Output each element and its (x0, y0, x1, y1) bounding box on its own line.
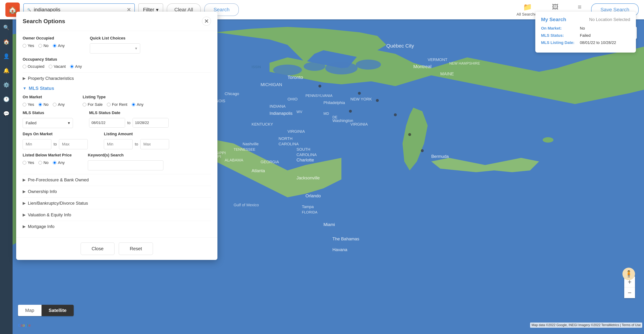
listed-below-no[interactable]: No (38, 160, 48, 165)
svg-point-19 (356, 60, 381, 70)
on-market-yes-label: Yes (28, 102, 34, 107)
sidebar-item-settings[interactable]: ⚙️ (2, 80, 11, 89)
keywords-group: Keyword(s) Search (88, 153, 163, 170)
listing-min-input[interactable] (104, 139, 132, 149)
no-location-label: No Location Selected (589, 17, 630, 22)
listing-amount-label: Listing Amount (104, 132, 169, 136)
svg-text:Washington: Washington (332, 118, 353, 123)
mls-status-chevron-icon: ▾ (68, 121, 70, 125)
days-min-input[interactable] (23, 139, 52, 149)
sidebar-item-history[interactable]: 🕐 (2, 95, 11, 104)
mls-status-row: MLS Status Failed ▾ MLS Status Date 📅 to (23, 111, 211, 128)
sidebar-item-user[interactable]: 👤 (2, 52, 11, 61)
svg-text:CAROLINA: CAROLINA (296, 153, 317, 157)
my-search-title: My Search (541, 17, 566, 22)
svg-text:o: o (23, 323, 25, 328)
on-market-any[interactable]: Any (53, 102, 65, 107)
mls-status-header[interactable]: ▼ MLS Status (23, 84, 211, 91)
mls-date-from-input[interactable] (89, 118, 125, 127)
listing-for-sale[interactable]: For Sale (83, 102, 102, 107)
owner-occupied-any-label: Any (58, 43, 65, 48)
map-data-attribution: Map data ©2022 Google, INEGI Imagery ©20… (530, 323, 642, 328)
ownership-info-arrow-icon: ▶ (23, 189, 26, 194)
my-search-on-market-value: No (580, 26, 585, 31)
svg-text:VIRGINIA: VIRGINIA (288, 129, 305, 134)
property-characteristics-section[interactable]: ▶ Property Characteristics (23, 72, 211, 84)
pre-foreclosure-arrow-icon: ▶ (23, 177, 26, 182)
svg-text:The Bahamas: The Bahamas (332, 236, 359, 241)
map-satellite-toggle: Map Satellite (18, 305, 74, 316)
search-icon: 🔍 (27, 8, 31, 11)
svg-text:g: g (25, 323, 27, 328)
listed-below-any[interactable]: Any (53, 160, 65, 165)
satellite-button[interactable]: Satellite (42, 305, 74, 316)
on-market-label: On Market (23, 95, 65, 99)
mls-status-select[interactable]: Failed ▾ (23, 118, 73, 128)
listed-below-any-label: Any (58, 160, 65, 165)
svg-text:INDIANA: INDIANA (270, 104, 286, 109)
svg-text:ISSIN: ISSIN (252, 65, 261, 69)
svg-text:WV: WV (296, 110, 302, 114)
svg-text:PENNSYLVANIA: PENNSYLVANIA (306, 94, 332, 98)
svg-text:Havana: Havana (332, 247, 347, 252)
zoom-out-button[interactable]: − (624, 287, 635, 298)
modal-close-button[interactable]: ✕ (202, 17, 211, 26)
svg-text:l: l (27, 323, 28, 328)
owner-occupied-yes[interactable]: Yes (23, 43, 34, 48)
my-search-on-market-label: On Market: (541, 26, 577, 31)
svg-text:Toronto: Toronto (288, 75, 303, 80)
occupancy-vacant[interactable]: Vacant (49, 64, 66, 69)
sidebar-item-home[interactable]: 🏠 (2, 37, 11, 46)
svg-point-18 (325, 62, 358, 74)
svg-text:Philadelphia: Philadelphia (324, 100, 345, 105)
sidebar-item-notifications[interactable]: 🔔 (2, 66, 11, 75)
owner-occupied-radio-group: Yes No Any (23, 43, 65, 48)
my-search-mls-date-row: MLS Listing Date: 08/01/22 to 10/28/22 (541, 40, 630, 45)
listing-to-label: to (135, 142, 138, 147)
quick-list-dropdown[interactable]: ▾ (90, 43, 140, 53)
mls-date-to-input[interactable] (133, 118, 168, 127)
pre-foreclosure-section[interactable]: ▶ Pre-Foreclosure & Bank Owned (23, 174, 211, 186)
on-market-yes[interactable]: Yes (23, 102, 34, 107)
svg-point-11 (376, 99, 379, 102)
on-market-no-label: No (44, 102, 48, 107)
owner-occupied-no[interactable]: No (38, 43, 48, 48)
svg-text:VERMONT: VERMONT (428, 57, 448, 62)
mls-status-title: MLS Status (29, 86, 54, 91)
date-range-to-label: to (127, 121, 130, 125)
list-view-icon: ≡ (578, 3, 582, 11)
my-search-mls-status-value: Failed (580, 33, 591, 38)
listing-any[interactable]: Any (132, 102, 144, 107)
sidebar-item-search[interactable]: 🔍 (2, 23, 11, 32)
days-max-input[interactable] (59, 139, 88, 149)
occupancy-any[interactable]: Any (70, 64, 82, 69)
svg-text:o: o (20, 323, 23, 328)
listing-for-rent[interactable]: For Rent (107, 102, 128, 107)
listed-below-yes[interactable]: Yes (23, 160, 34, 165)
keywords-input[interactable] (88, 160, 163, 170)
owner-occupied-label: Owner Occupied (23, 36, 65, 40)
on-market-no[interactable]: No (38, 102, 48, 107)
mls-status-field-label: MLS Status (23, 111, 73, 115)
valuation-equity-section[interactable]: ▶ Valuation & Equity Info (23, 209, 211, 221)
svg-text:Charlotte: Charlotte (296, 158, 314, 162)
mortgage-info-section[interactable]: ▶ Mortgage Info (23, 221, 211, 232)
occupancy-radio-group: Occupied Vacant Any (23, 64, 211, 69)
listing-max-input[interactable] (140, 139, 169, 149)
close-button[interactable]: Close (81, 243, 114, 255)
reset-button[interactable]: Reset (119, 243, 153, 255)
keywords-label: Keyword(s) Search (88, 153, 163, 158)
listing-for-sale-label: For Sale (88, 102, 102, 107)
modal-header: Search Options ✕ (16, 12, 218, 31)
owner-occupied-any[interactable]: Any (53, 43, 65, 48)
svg-text:CAROLINA: CAROLINA (278, 142, 299, 146)
svg-text:Montreal: Montreal (413, 64, 432, 69)
map-button[interactable]: Map (18, 305, 42, 316)
street-view-icon[interactable]: 🧍 (622, 268, 635, 280)
svg-point-16 (273, 65, 302, 75)
ownership-info-section[interactable]: ▶ Ownership Info (23, 186, 211, 197)
svg-text:ALABAMA: ALABAMA (224, 158, 243, 162)
occupancy-occupied[interactable]: Occupied (23, 64, 44, 69)
lien-bankruptcy-section[interactable]: ▶ Lien/Bankruptcy/Divorce Status (23, 197, 211, 209)
sidebar-item-chat[interactable]: 💬 (2, 109, 11, 118)
